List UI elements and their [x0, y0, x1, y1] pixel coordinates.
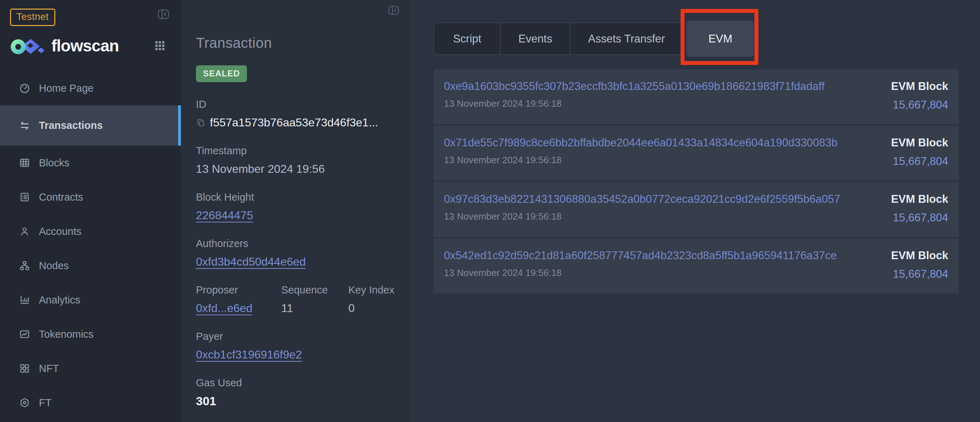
transaction-id-value: f557a1573b76aa53e73d46f3e1... [210, 115, 378, 130]
sidebar-item-label: Home Page [39, 83, 94, 94]
brand-name[interactable]: flowscan [51, 36, 119, 55]
sidebar-item-blocks[interactable]: Blocks [0, 146, 181, 180]
tab-assets-transfer[interactable]: Assets Transfer [570, 23, 682, 54]
key-index-value: 0 [348, 301, 410, 315]
timestamp-label: Timestamp [196, 144, 410, 157]
sidebar-item-label: Analytics [39, 294, 80, 306]
evm-tx-timestamp: 13 November 2024 19:56:18 [444, 154, 838, 166]
evm-block-number-link[interactable]: 15,667,804 [893, 211, 948, 224]
evm-tx-timestamp: 13 November 2024 19:56:18 [444, 268, 837, 279]
gas-used-value: 301 [196, 393, 410, 408]
panel-collapse-icon[interactable] [387, 4, 400, 16]
evm-block-label: EVM Block [891, 193, 948, 205]
hierarchy-icon [19, 260, 30, 271]
payer-link[interactable]: 0xcb1cf3196916f9e2 [196, 348, 302, 361]
sidebar-nav: Home Page Transactions B [0, 71, 181, 420]
apps-grid-icon[interactable] [154, 40, 166, 52]
sidebar-collapse-icon[interactable] [157, 8, 170, 21]
evm-tx-timestamp: 13 November 2024 19:56:18 [444, 98, 825, 109]
evm-tx-hash-link[interactable]: 0x542ed1c92d59c21d81a60f258777457ad4b232… [444, 249, 837, 262]
proposer-label: Proposer [196, 283, 281, 296]
sidebar-item-contracts[interactable]: Contracts [0, 180, 181, 214]
copy-icon[interactable] [196, 118, 205, 127]
sidebar-item-home-page[interactable]: Home Page [0, 71, 181, 105]
evm-tx-hash-link[interactable]: 0x97c83d3eb8221431306880a35452a0b0772cec… [444, 193, 840, 205]
evm-transaction-row: 0x71de55c7f989c8ce6bb2bffabdbe2044ee6a01… [434, 126, 959, 181]
brand-row: flowscan [0, 35, 181, 57]
tab-evm[interactable]: EVM [686, 21, 754, 57]
status-badge: SEALED [196, 65, 247, 82]
field-proposer-group: Proposer 0xfd...e6ed Sequence 11 Key Ind… [196, 283, 410, 315]
transaction-panel: Transaction SEALED ID f557a1573b76aa53e7… [181, 0, 410, 422]
evm-tx-hash-link[interactable]: 0xe9a1603bc9355fc307b23eccfb3bfc1a3255a0… [444, 80, 825, 93]
evm-tx-timestamp: 13 November 2024 19:56:18 [444, 211, 840, 222]
sidebar-item-label: NFT [39, 363, 59, 374]
evm-transaction-row: 0x542ed1c92d59c21d81a60f258777457ad4b232… [434, 239, 959, 293]
evm-block-label: EVM Block [891, 80, 948, 93]
flowscan-logo[interactable] [10, 37, 46, 55]
gas-used-label: Gas Used [196, 376, 410, 389]
id-label: ID [196, 98, 410, 111]
field-timestamp: Timestamp 13 November 2024 19:56 [196, 144, 410, 176]
key-index-label: Key Index [348, 283, 410, 296]
authorizers-label: Authorizers [196, 237, 410, 250]
sidebar-item-nodes[interactable]: Nodes [0, 248, 181, 283]
sidebar-item-analytics[interactable]: Analytics [0, 283, 181, 317]
timestamp-value: 13 November 2024 19:56 [196, 161, 410, 176]
proposer-link[interactable]: 0xfd...e6ed [196, 302, 252, 315]
sequence-value: 11 [281, 301, 348, 315]
evm-transaction-row: 0x97c83d3eb8221431306880a35452a0b0772cec… [434, 182, 959, 237]
sidebar-item-transactions[interactable]: Transactions [0, 105, 181, 146]
field-authorizers: Authorizers 0xfd3b4cd50d44e6ed [196, 237, 410, 269]
evm-tx-hash-link[interactable]: 0x71de55c7f989c8ce6bb2bffabdbe2044ee6a01… [444, 136, 838, 149]
evm-block-number-link[interactable]: 15,667,804 [893, 268, 948, 280]
page-title: Transaction [196, 35, 410, 51]
field-gas-used: Gas Used 301 [196, 376, 410, 408]
block-height-link[interactable]: 226844475 [196, 209, 253, 222]
tab-script[interactable]: Script [434, 23, 500, 54]
sidebar-item-label: Tokenomics [39, 328, 94, 340]
field-payer: Payer 0xcb1cf3196916f9e2 [196, 330, 410, 362]
sidebar-item-label: Blocks [39, 157, 69, 169]
authorizer-link[interactable]: 0xfd3b4cd50d44e6ed [196, 255, 306, 268]
document-list-icon [19, 191, 30, 203]
tab-events[interactable]: Events [500, 23, 570, 54]
person-icon [19, 226, 30, 237]
tab-bar: Script Events Assets Transfer EVM [434, 22, 683, 55]
payer-label: Payer [196, 330, 410, 343]
sidebar: Testnet [0, 0, 181, 422]
gauge-icon [19, 83, 30, 94]
main-content: Script Events Assets Transfer EVM 0xe9a1… [410, 0, 980, 422]
grid-2x2-icon [19, 363, 30, 374]
field-id: ID f557a1573b76aa53e73d46f3e1... [196, 98, 410, 130]
block-height-label: Block Height [196, 191, 410, 204]
sidebar-item-label: Contracts [39, 191, 83, 203]
sidebar-item-ft[interactable]: FT [0, 385, 181, 420]
table-grid-icon [19, 157, 30, 169]
evm-transaction-row: 0xe9a1603bc9355fc307b23eccfb3bfc1a3255a0… [434, 69, 959, 124]
cube-icon [19, 397, 30, 408]
evm-block-number-link[interactable]: 15,667,804 [893, 155, 948, 168]
evm-block-label: EVM Block [891, 249, 948, 262]
sidebar-item-label: Nodes [39, 260, 69, 272]
sidebar-item-tokenomics[interactable]: Tokenomics [0, 317, 181, 351]
evm-block-label: EVM Block [891, 136, 948, 149]
sequence-label: Sequence [281, 283, 348, 296]
flowscan-app: Testnet [0, 0, 980, 422]
transfer-arrows-icon [19, 120, 30, 131]
sidebar-item-label: FT [39, 397, 51, 409]
field-block-height: Block Height 226844475 [196, 191, 410, 223]
sidebar-item-label: Accounts [39, 226, 81, 237]
network-badge: Testnet [10, 9, 55, 26]
sidebar-item-label: Transactions [39, 119, 103, 131]
evm-transaction-list: 0xe9a1603bc9355fc307b23eccfb3bfc1a3255a0… [434, 69, 959, 293]
sidebar-item-accounts[interactable]: Accounts [0, 214, 181, 248]
evm-block-number-link[interactable]: 15,667,804 [893, 99, 948, 111]
line-chart-icon [19, 328, 30, 340]
bar-chart-icon [19, 294, 30, 306]
sidebar-item-nft[interactable]: NFT [0, 351, 181, 385]
